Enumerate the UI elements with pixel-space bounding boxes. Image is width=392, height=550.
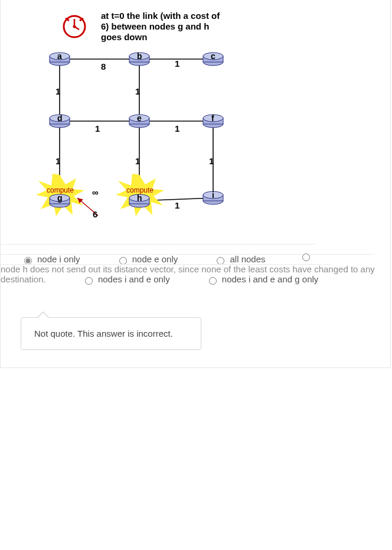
compute-label-g: compute (47, 186, 74, 194)
node-g: g (50, 193, 70, 207)
edge-e-h-weight: 1 (135, 156, 140, 166)
clock-icon (64, 16, 85, 37)
edge-d-e-weight: 1 (95, 123, 100, 134)
compute-label-h: compute (126, 186, 153, 194)
svg-text:a: a (57, 51, 62, 61)
svg-line-3 (74, 27, 79, 30)
question-card: at t=0 the link (with a cost of 6) betwe… (0, 0, 391, 368)
network-diagram: at t=0 the link (with a cost of 6) betwe… (1, 0, 390, 254)
prompt-line-3: goes down (101, 32, 147, 42)
feedback-area: Not quote. This answer is incorrect. (1, 284, 390, 350)
edge-b-e-weight: 1 (135, 86, 140, 96)
node-a: a (50, 51, 70, 66)
node-h: h (129, 193, 149, 207)
edge-f-i-weight: 1 (209, 156, 214, 166)
node-e: e (129, 113, 149, 128)
feedback-text: Not quote. This answer is incorrect. (34, 328, 173, 339)
feedback-bubble: Not quote. This answer is incorrect. (21, 317, 201, 350)
svg-text:i: i (212, 190, 214, 200)
answer-options: node i only node e only all nodes node h… (1, 254, 390, 284)
diagram-svg: at t=0 the link (with a cost of 6) betwe… (6, 6, 260, 219)
svg-text:d: d (57, 113, 63, 123)
option-f-label: nodes i and e and g only (222, 274, 318, 284)
option-e-label: nodes i and e only (98, 274, 170, 284)
svg-text:h: h (137, 193, 142, 203)
prompt-line-1: at t=0 the link (with a cost of (101, 11, 220, 21)
node-d: d (50, 113, 70, 128)
node-b: b (129, 51, 149, 66)
option-d-radio[interactable] (302, 253, 310, 261)
svg-text:b: b (137, 51, 142, 61)
svg-text:f: f (211, 113, 214, 123)
node-i: i (203, 190, 223, 204)
edge-a-b-weight: 8 (101, 61, 106, 71)
edge-d-g-weight: 1 (55, 156, 60, 166)
svg-text:c: c (211, 51, 215, 61)
svg-text:6: 6 (93, 209, 97, 219)
svg-text:∞: ∞ (92, 187, 99, 197)
prompt-line-2: 6) between nodes g and h (101, 21, 209, 31)
edge-a-d-weight: 1 (55, 86, 60, 96)
edge-b-c-weight: 1 (175, 58, 179, 69)
svg-text:e: e (137, 113, 142, 123)
node-f: f (203, 113, 223, 128)
edge-h-i-weight: 1 (175, 200, 179, 210)
node-c: c (203, 51, 223, 66)
svg-text:g: g (57, 193, 63, 203)
edge-e-f-weight: 1 (175, 123, 179, 134)
